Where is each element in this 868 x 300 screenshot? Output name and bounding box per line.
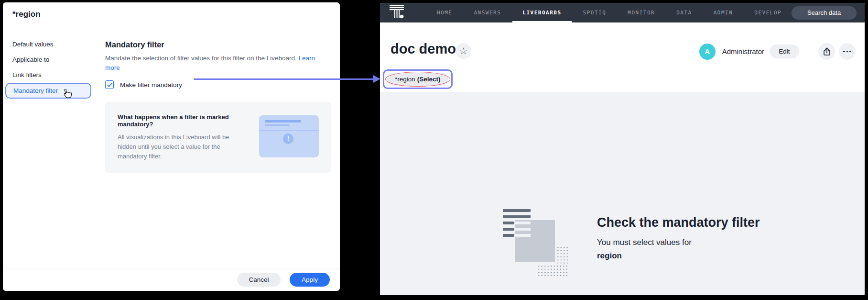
info-box-heading: What happens when a filter is marked man…	[118, 113, 246, 128]
nav-item-answers[interactable]: ANSWERS	[464, 3, 511, 22]
illustration-bar	[503, 234, 514, 237]
search-data-button[interactable]: Search data	[792, 6, 857, 20]
illustration-bar	[503, 228, 514, 231]
empty-state-illustration	[503, 209, 570, 280]
illustration-gap-bar	[515, 222, 531, 224]
illustration-line	[265, 124, 290, 126]
illustration-square	[515, 220, 555, 262]
illustration-divider	[259, 130, 319, 131]
illustration-dots	[556, 246, 569, 264]
illustration-bar	[503, 209, 531, 212]
screenshot-canvas: *region Default valuesApplicable toLink …	[0, 0, 868, 300]
nav-item-liveboards[interactable]: LIVEBOARDS	[512, 3, 571, 22]
sidebar-item-default-values[interactable]: Default values	[3, 37, 94, 52]
illustration-line	[265, 120, 301, 122]
nav-item-data[interactable]: DATA	[666, 3, 702, 22]
sidebar-item-mandatory-filter[interactable]: Mandatory filter	[5, 83, 91, 99]
arrow-line	[194, 78, 374, 80]
liveboard-app-window: HOMEANSWERSLIVEBOARDSSPOTIQMONITORDATAAD…	[380, 3, 865, 295]
hand-cursor-icon	[60, 88, 73, 101]
filter-settings-modal: *region Default valuesApplicable toLink …	[3, 2, 340, 291]
nav-item-admin[interactable]: ADMIN	[704, 3, 743, 22]
sidebar-item-link-filters[interactable]: Link filters	[3, 67, 94, 83]
exclamation-icon: !	[283, 133, 293, 144]
filter-chip-highlight-annotation: *region(Select)	[383, 69, 453, 89]
share-button[interactable]	[818, 43, 835, 60]
section-heading: Mandatory filter	[105, 40, 331, 49]
avatar: A	[699, 44, 716, 60]
nav-item-home[interactable]: HOME	[427, 3, 463, 22]
info-box-text: What happens when a filter is marked man…	[118, 113, 246, 161]
illustration-gap-bar	[515, 234, 531, 237]
nav-item-develop[interactable]: DEVELOP	[744, 3, 792, 22]
info-box-body: All visualizations in this Liveboard wil…	[118, 133, 246, 161]
modal-content: Mandatory filter Mandate the selection o…	[94, 27, 341, 267]
cancel-button[interactable]: Cancel	[237, 273, 281, 287]
top-navigation: HOMEANSWERSLIVEBOARDSSPOTIQMONITORDATAAD…	[380, 3, 865, 22]
make-filter-mandatory-row[interactable]: Make filter mandatory	[105, 80, 331, 89]
nav-items: HOMEANSWERSLIVEBOARDSSPOTIQMONITORDATAAD…	[427, 3, 792, 22]
region-filter-chip[interactable]: *region(Select)	[387, 73, 448, 86]
empty-state-filter-name: region	[597, 250, 760, 262]
hidden-visualization-illustration: !	[259, 115, 319, 157]
illustration-bar	[503, 215, 531, 218]
more-options-button[interactable]	[839, 43, 856, 60]
section-description: Mandate the selection of filter values f…	[105, 54, 326, 73]
favorite-star-button[interactable]: ☆	[456, 43, 471, 59]
edit-button[interactable]: Edit	[770, 44, 799, 58]
illustration-dots	[537, 265, 569, 277]
liveboard-canvas: Check the mandatory filter You must sele…	[380, 92, 865, 295]
nav-item-spotiq[interactable]: SPOTIQ	[573, 3, 617, 22]
ellipsis-icon	[843, 51, 845, 53]
empty-state-title: Check the mandatory filter	[597, 215, 760, 230]
filter-chip-name: *region	[395, 76, 415, 83]
apply-button[interactable]: Apply	[290, 273, 330, 287]
star-icon: ☆	[459, 46, 467, 56]
illustration-bar	[503, 222, 514, 224]
nav-item-monitor[interactable]: MONITOR	[618, 3, 665, 22]
empty-state-message: You must select values for	[597, 237, 760, 248]
empty-state-text: Check the mandatory filter You must sele…	[597, 215, 760, 262]
modal-sidebar: Default valuesApplicable toLink filtersM…	[3, 27, 94, 267]
modal-header: *region	[3, 2, 340, 27]
modal-footer: Cancel Apply	[3, 268, 340, 291]
sidebar-item-applicable-to[interactable]: Applicable to	[3, 52, 94, 67]
thoughtspot-logo-icon[interactable]	[388, 5, 407, 21]
mandatory-info-box: What happens when a filter is marked man…	[105, 102, 331, 173]
header-actions: A Administrator Edit	[699, 43, 856, 60]
author-name: Administrator	[722, 47, 764, 56]
description-text: Mandate the selection of filter values f…	[105, 55, 297, 62]
liveboard-title: doc demo	[391, 41, 456, 57]
modal-title: *region	[3, 2, 340, 19]
mandatory-checkbox[interactable]	[105, 80, 114, 89]
filter-chip-mode: (Select)	[417, 76, 441, 83]
illustration-gap-bar	[515, 228, 531, 231]
chip-ellipse-wrap: *region(Select)	[387, 73, 448, 86]
arrow-head-icon	[373, 75, 380, 83]
modal-body: Default valuesApplicable toLink filtersM…	[3, 27, 340, 267]
checkmark-icon	[107, 83, 112, 87]
share-icon	[822, 47, 832, 56]
checkbox-label: Make filter mandatory	[120, 81, 182, 89]
